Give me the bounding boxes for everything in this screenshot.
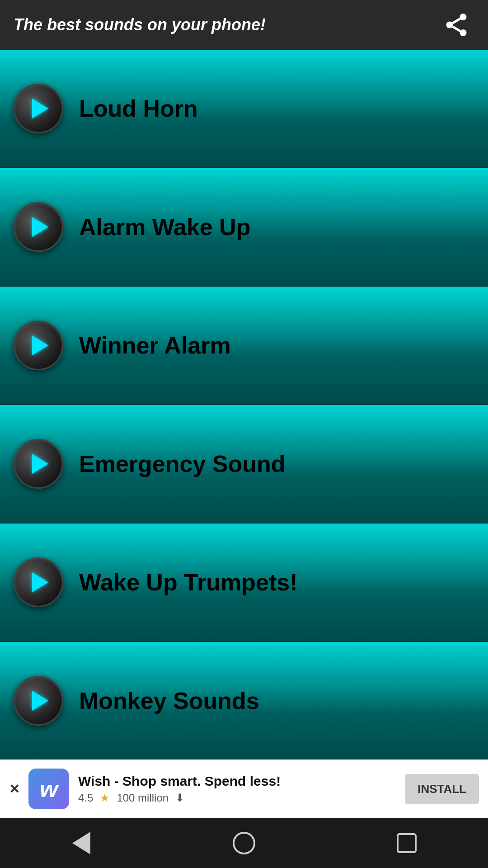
ad-downloads: 100 million [117,792,169,804]
share-button[interactable] [438,7,474,43]
sound-label-4: Emergency Sound [79,450,286,477]
ad-install-button[interactable]: INSTALL [405,774,479,804]
sound-label-1: Loud Horn [79,95,198,122]
ad-app-name: Wish - Shop smart. Spend less! [78,774,396,789]
svg-line-3 [452,27,460,31]
play-icon-6 [32,691,48,711]
play-icon-4 [32,454,48,474]
back-button[interactable] [63,825,99,861]
ad-rating: 4.5 [78,792,93,804]
play-icon-1 [32,99,48,118]
svg-point-0 [460,14,467,20]
sound-item-2[interactable]: Alarm Wake Up [0,168,488,287]
app-header: The best sounds on your phone! [0,0,488,50]
sound-list: Loud Horn Alarm Wake Up Winner Alarm Eme… [0,50,488,760]
play-button-5[interactable] [14,557,63,607]
sound-item-6[interactable]: Monkey Sounds [0,642,488,760]
svg-point-2 [460,29,467,36]
ad-star-icon: ★ [100,792,110,804]
sound-label-6: Monkey Sounds [79,687,259,714]
svg-line-4 [452,19,460,23]
play-button-6[interactable] [14,676,63,726]
sound-label-2: Alarm Wake Up [79,213,251,241]
play-icon-2 [32,217,48,237]
sound-item-5[interactable]: Wake Up Trumpets! [0,524,488,642]
back-icon [72,832,90,854]
recent-icon [397,833,417,853]
ad-banner: ✕ w Wish - Shop smart. Spend less! 4.5 ★… [0,760,488,818]
sound-item-4[interactable]: Emergency Sound [0,405,488,524]
ad-icon-letter: w [40,775,58,802]
home-button[interactable] [226,825,262,861]
ad-content: Wish - Shop smart. Spend less! 4.5 ★ 100… [78,774,396,804]
sound-item-1[interactable]: Loud Horn [0,50,488,168]
share-icon [443,11,470,38]
ad-close-button[interactable]: ✕ [9,782,19,797]
recent-button[interactable] [389,825,425,861]
sound-label-3: Winner Alarm [79,332,231,359]
ad-download-icon: ⬇ [175,792,184,804]
play-icon-3 [32,335,48,355]
sound-item-3[interactable]: Winner Alarm [0,287,488,405]
home-icon [233,832,255,854]
navigation-bar [0,818,488,868]
sound-label-5: Wake Up Trumpets! [79,569,298,596]
play-button-3[interactable] [14,321,63,370]
play-button-4[interactable] [14,439,63,489]
svg-point-1 [446,22,453,28]
play-icon-5 [32,572,48,592]
ad-meta: 4.5 ★ 100 million ⬇ [78,792,396,804]
play-button-1[interactable] [14,84,63,133]
app-tagline: The best sounds on your phone! [14,15,266,34]
play-button-2[interactable] [14,202,63,252]
ad-app-icon: w [28,769,69,809]
